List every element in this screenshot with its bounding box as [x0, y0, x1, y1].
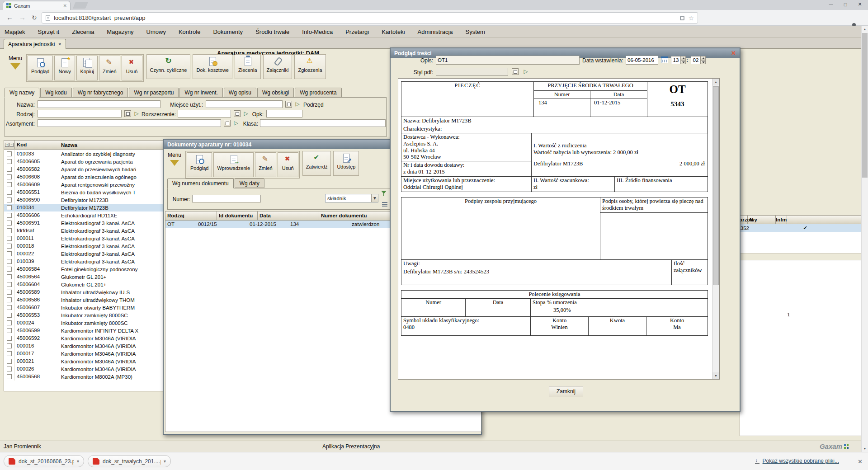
- row-checkbox[interactable]: [7, 282, 12, 287]
- go-button[interactable]: [233, 120, 239, 127]
- row-checkbox[interactable]: [7, 367, 12, 371]
- shelf-close-icon[interactable]: [858, 458, 863, 465]
- input-styl-pdf[interactable]: [436, 68, 508, 76]
- row-checkbox[interactable]: [7, 305, 12, 310]
- input-opk[interactable]: [266, 110, 302, 118]
- zamknij-button[interactable]: Zamknij: [549, 386, 583, 397]
- menubar-item[interactable]: Przetargi: [345, 28, 369, 35]
- window-close-button[interactable]: [853, 0, 867, 9]
- window-maximize-button[interactable]: [838, 0, 853, 9]
- scroll-up-icon[interactable]: [712, 79, 719, 85]
- toolbar-button[interactable]: Zatwierdź: [302, 151, 331, 176]
- hour-spinner[interactable]: [681, 56, 686, 64]
- toolbar-button[interactable]: Podgląd: [187, 152, 212, 177]
- row-checkbox[interactable]: [7, 351, 12, 356]
- filter-tab[interactable]: Wg nazwy: [5, 88, 39, 98]
- toolbar-button[interactable]: Zlecenia: [235, 54, 261, 79]
- input-klasa[interactable]: [260, 119, 386, 127]
- spinner-up-icon[interactable]: [681, 56, 686, 60]
- input-nazwa[interactable]: [38, 100, 160, 108]
- menubar-item[interactable]: Umowy: [146, 28, 166, 35]
- row-checkbox[interactable]: [7, 290, 12, 295]
- toolbar-button[interactable]: Udostęp: [333, 151, 359, 176]
- app-tab-close-icon[interactable]: [58, 42, 61, 47]
- row-checkbox[interactable]: [7, 359, 12, 364]
- menubar-item[interactable]: Środki trwałe: [255, 28, 289, 35]
- row-checkbox[interactable]: [7, 190, 12, 195]
- extension-icon[interactable]: [680, 16, 684, 20]
- lookup-button[interactable]: [224, 120, 231, 127]
- documents-column-header[interactable]: Rodzaj: [165, 212, 217, 220]
- list-icon[interactable]: [382, 202, 387, 207]
- spinner-up-icon[interactable]: [701, 56, 706, 60]
- app-tab-aparatura[interactable]: Aparatura jednostki: [4, 39, 66, 49]
- scroll-up-icon[interactable]: [862, 26, 868, 33]
- filter-tab[interactable]: Wg opisu: [224, 88, 256, 97]
- menubar-item[interactable]: Administracja: [418, 28, 453, 35]
- chevron-down-icon[interactable]: [77, 459, 79, 464]
- filter-tab[interactable]: Wg nr paszportu: [129, 88, 179, 97]
- show-all-downloads-link[interactable]: Pokaż wszystkie pobrane pliki...: [755, 458, 839, 464]
- browser-tab[interactable]: Gaxam ✕: [3, 1, 71, 10]
- toolbar-button[interactable]: Załączniki: [263, 54, 292, 79]
- spinner-down-icon[interactable]: [701, 60, 706, 64]
- toolbar-button[interactable]: Kopiuj: [76, 56, 98, 80]
- scrollbar-thumb[interactable]: [862, 33, 868, 178]
- input-rodzaj[interactable]: [38, 110, 122, 118]
- row-checkbox[interactable]: [7, 182, 12, 187]
- close-icon[interactable]: [731, 50, 736, 56]
- scroll-down-icon[interactable]: [712, 372, 719, 379]
- row-checkbox[interactable]: [7, 297, 12, 302]
- menubar-item[interactable]: Sprzęt it: [38, 28, 60, 35]
- filter-tab[interactable]: Wg producenta: [295, 88, 341, 97]
- bookmark-star-icon[interactable]: [688, 14, 694, 22]
- documents-column-header[interactable]: Data: [258, 212, 319, 220]
- download-item[interactable]: dok_sr_trwalych_201....pdf: [88, 455, 171, 467]
- input-miejsce[interactable]: [206, 100, 283, 108]
- documents-column-header[interactable]: Id dokumentu: [217, 212, 258, 220]
- calendar-icon[interactable]: [661, 56, 668, 63]
- skladnik-select[interactable]: składnik: [325, 194, 378, 202]
- lookup-button[interactable]: [285, 101, 292, 108]
- toolbar-button[interactable]: Zmień: [255, 152, 276, 177]
- row-checkbox[interactable]: [7, 320, 12, 325]
- menubar-item[interactable]: Dokumenty: [213, 28, 243, 35]
- go-button[interactable]: [294, 101, 301, 108]
- menubar-item[interactable]: Kartoteki: [382, 28, 405, 35]
- menubar-item[interactable]: Info-Medica: [302, 28, 333, 35]
- filter-tab[interactable]: Wg nr inwent.: [179, 88, 222, 97]
- toolbar-button[interactable]: Usuń: [278, 152, 298, 177]
- toolbar-button[interactable]: Usuń: [122, 56, 142, 80]
- background-table-row[interactable]: -352 ✔: [738, 224, 861, 232]
- scroll-down-icon[interactable]: [862, 445, 868, 452]
- row-checkbox[interactable]: [7, 244, 12, 249]
- reload-icon[interactable]: [32, 14, 37, 22]
- row-checkbox[interactable]: [7, 328, 12, 333]
- forward-icon[interactable]: [19, 14, 26, 22]
- toolbar-button[interactable]: Dok. kosztowe: [193, 54, 232, 79]
- chevron-down-icon[interactable]: [164, 459, 166, 464]
- back-icon[interactable]: [6, 14, 13, 22]
- input-rozszerzenie[interactable]: [178, 110, 231, 118]
- document-filter-tab[interactable]: Wg numeru dokumentu: [167, 179, 234, 188]
- toolbar-button[interactable]: Nowy: [54, 56, 75, 80]
- row-checkbox[interactable]: [7, 151, 12, 156]
- spinner-down-icon[interactable]: [681, 60, 686, 64]
- row-checkbox[interactable]: [7, 167, 12, 172]
- toolbar-button[interactable]: Czynn. cykliczne: [146, 54, 191, 79]
- toolbar-button[interactable]: Zgłoszenia: [294, 54, 326, 79]
- row-checkbox[interactable]: [7, 228, 12, 233]
- column-header-kod[interactable]: Kod: [15, 141, 59, 149]
- document-filter-tab[interactable]: Wg daty: [235, 179, 264, 188]
- input-numer[interactable]: [192, 195, 261, 202]
- main-menu-button[interactable]: Menu: [6, 55, 24, 70]
- row-checkbox[interactable]: [7, 174, 12, 179]
- download-item[interactable]: dok_st_20160606_23.pdf: [4, 455, 84, 467]
- preview-scrollbar[interactable]: [712, 79, 719, 379]
- menubar-item[interactable]: System: [466, 28, 485, 35]
- lookup-button[interactable]: [124, 110, 131, 117]
- row-checkbox[interactable]: [7, 236, 12, 241]
- input-hour[interactable]: [671, 56, 681, 64]
- row-checkbox[interactable]: [7, 336, 12, 341]
- row-checkbox[interactable]: [7, 251, 12, 256]
